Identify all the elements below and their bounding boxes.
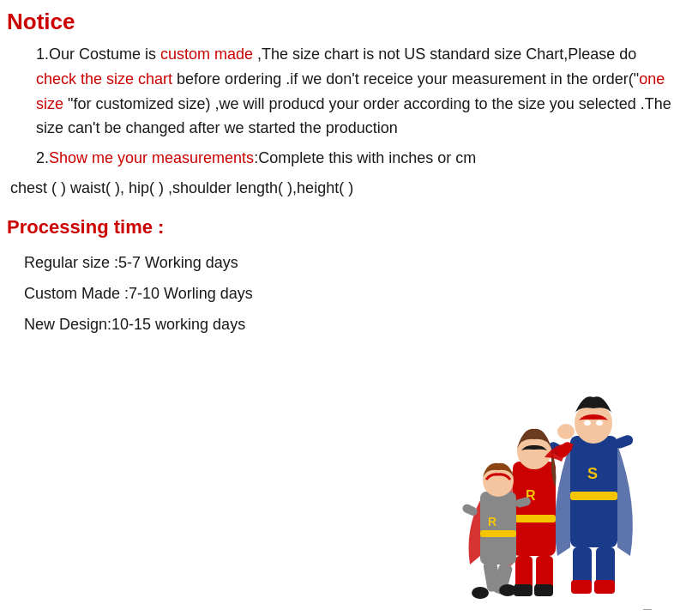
processing-section: Processing time : Regular size :5-7 Work… [7,216,679,340]
measurements-line: chest ( ) waist( ), hip( ) ,shoulder len… [10,176,679,201]
svg-rect-5 [570,492,617,500]
processing-item-1: Regular size :5-7 Working days [24,247,679,278]
svg-point-3 [584,420,591,426]
notice-content: 1.Our Costume is custom made ,The size c… [7,42,679,201]
svg-point-30 [499,584,516,596]
paragraph-1: 1.Our Costume is custom made ,The size c… [10,42,679,141]
processing-item-2: Custom Made :7-10 Worling days [24,278,679,309]
text-p1-mid1: ,The size chart is not US standard size … [253,45,636,63]
text-show-measurements: Show me your measurements [49,149,254,166]
svg-text:—: — [643,604,652,613]
svg-rect-13 [513,462,556,556]
svg-rect-9 [594,580,615,594]
notice-section: Notice 1.Our Costume is custom made ,The… [7,9,679,201]
svg-text:R: R [488,515,496,528]
text-p1-mid3: "for customized size) ,we will producd y… [36,95,671,137]
svg-rect-19 [514,584,533,596]
svg-rect-24 [480,492,516,565]
svg-point-22 [557,424,575,439]
text-check-size: check the size chart [36,70,172,88]
svg-point-29 [472,587,489,599]
processing-list: Regular size :5-7 Working days Custom Ma… [7,247,679,340]
hero-svg: S R [412,367,686,616]
notice-title: Notice [7,9,679,35]
text-p1-start: 1.Our Costume is [36,45,160,63]
text-custom-made: custom made [160,45,253,63]
svg-point-4 [596,420,603,426]
text-p2-start: 2. [36,149,49,166]
svg-text:S: S [587,465,598,482]
svg-rect-16 [513,515,556,522]
processing-item-3: New Design:10-15 working days [24,309,679,340]
svg-rect-33 [480,530,516,537]
text-p2-mid: :Complete this with inches or cm [254,149,476,166]
svg-rect-8 [571,580,592,594]
processing-title: Processing time : [7,216,679,239]
hero-illustration: S R [412,367,686,616]
svg-rect-20 [534,584,553,596]
text-p1-mid2: before ordering .if we don't receice you… [172,70,639,88]
paragraph-2: 2.Show me your measurements:Complete thi… [10,146,679,171]
